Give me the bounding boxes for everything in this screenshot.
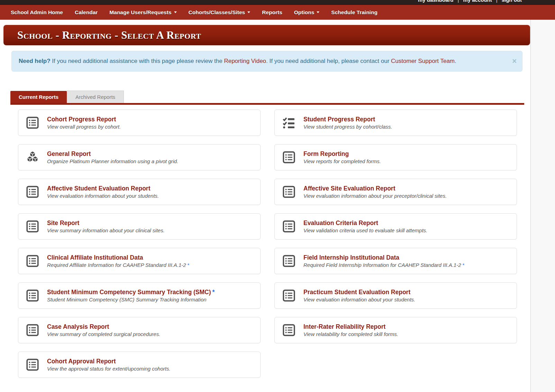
my-account-link[interactable]: my account	[463, 0, 492, 3]
list-icon	[25, 288, 40, 303]
report-description: View summary of completed surgical proce…	[47, 331, 160, 337]
report-title[interactable]: Cohort Approval Report	[47, 358, 171, 365]
page-title-banner: School - Reporting - Select A Report	[3, 25, 530, 45]
report-title[interactable]: Site Report	[47, 220, 165, 227]
nav-item-schedule-training[interactable]: Schedule Training	[325, 5, 383, 20]
chevron-down-icon	[174, 11, 177, 13]
report-card-field-internship-data[interactable]: Field Internship Institutional Data Requ…	[274, 248, 517, 274]
report-title[interactable]: Inter-Rater Reliability Report	[303, 323, 398, 331]
tab-archived-reports[interactable]: Archived Reports	[67, 91, 124, 103]
report-card-smc-tracking[interactable]: Student Minimum Competency Summary Track…	[18, 282, 261, 309]
report-card-affective-student-evaluation[interactable]: Affective Student Evaluation Report View…	[18, 179, 261, 205]
report-title[interactable]: Case Analysis Report	[47, 323, 160, 331]
nav-item-cohorts-classes-sites[interactable]: Cohorts/Classes/Sites	[183, 5, 256, 20]
reports-tabs: Current Reports Archived Reports	[10, 91, 524, 105]
report-title[interactable]: Clinical Affiliate Institutional Data	[47, 254, 189, 262]
report-card-inter-rater-reliability[interactable]: Inter-Rater Reliability Report View rela…	[274, 317, 517, 343]
required-asterisk: *	[188, 262, 190, 268]
required-asterisk: *	[212, 289, 215, 296]
help-alert-text: Need help? If you need additional assist…	[19, 58, 456, 65]
nav-item-label: Calendar	[75, 9, 98, 16]
nav-item-calendar[interactable]: Calendar	[69, 5, 103, 20]
help-alert-body: .	[455, 58, 456, 64]
nav-item-label: Schedule Training	[331, 9, 377, 16]
sign-out-link[interactable]: sign out	[502, 0, 522, 3]
report-card-cohort-approval[interactable]: Cohort Approval Report View the approval…	[18, 352, 261, 378]
report-title[interactable]: Form Reporting	[303, 150, 381, 158]
report-card-affective-site-evaluation[interactable]: Affective Site Evaluation Report View ev…	[274, 179, 517, 205]
report-title[interactable]: Student Progress Report	[303, 116, 392, 123]
topbar-separator: |	[458, 0, 459, 3]
my-dashboard-link[interactable]: my dashboard	[418, 0, 454, 3]
list-icon	[282, 219, 296, 234]
list-icon	[282, 288, 296, 303]
list-icon	[25, 357, 40, 372]
report-card-student-progress[interactable]: Student Progress Report View student pro…	[274, 110, 517, 136]
list-icon	[282, 185, 296, 199]
nav-item-label: School Admin Home	[11, 9, 63, 16]
report-description: View student progress by cohort/class.	[303, 124, 392, 130]
cubes-icon	[25, 150, 40, 165]
report-card-case-analysis[interactable]: Case Analysis Report View summary of com…	[18, 317, 261, 343]
chevron-down-icon	[317, 11, 319, 13]
close-icon[interactable]: ×	[512, 57, 517, 65]
chevron-down-icon	[247, 11, 250, 13]
list-icon	[282, 254, 296, 268]
report-title[interactable]: Affective Site Evaluation Report	[303, 185, 447, 193]
report-description: View reports for completed forms.	[303, 158, 381, 164]
nav-item-label: Reports	[262, 9, 282, 16]
list-icon	[282, 323, 296, 337]
report-title[interactable]: Student Minimum Competency Summary Track…	[47, 289, 215, 296]
topbar-separator: |	[496, 0, 498, 3]
report-card-evaluation-criteria[interactable]: Evaluation Criteria Report View validati…	[274, 213, 517, 240]
report-title[interactable]: Field Internship Institutional Data	[303, 254, 464, 262]
report-card-site-report[interactable]: Site Report View summary information abo…	[18, 213, 261, 240]
report-description: View evaluation information about your s…	[303, 297, 415, 302]
page-title: School - Reporting - Select A Report	[17, 29, 201, 41]
required-asterisk: *	[463, 262, 465, 268]
report-description: View summary information about your clin…	[47, 227, 165, 233]
report-card-cohort-progress[interactable]: Cohort Progress Report View overall prog…	[18, 110, 261, 136]
help-alert-lead: Need help?	[19, 58, 51, 64]
report-card-clinical-affiliate-data[interactable]: Clinical Affiliate Institutional Data Re…	[18, 248, 261, 274]
right-gutter	[530, 20, 555, 392]
report-title[interactable]: General Report	[47, 150, 178, 158]
nav-item-label: Cohorts/Classes/Sites	[189, 9, 245, 16]
report-description: View overall progress by cohort.	[47, 124, 121, 130]
report-card-practicum-student-evaluation[interactable]: Practicum Student Evaluation Report View…	[274, 282, 517, 309]
list-icon	[25, 219, 40, 234]
nav-item-label: Manage Users/Requests	[109, 9, 171, 16]
report-title[interactable]: Practicum Student Evaluation Report	[303, 289, 415, 296]
report-description: Student Minimum Competency (SMC) Summary…	[47, 297, 215, 302]
list-icon	[25, 185, 40, 199]
list-icon	[25, 254, 40, 268]
list-icon	[25, 323, 40, 337]
list-icon	[25, 115, 40, 130]
list-icon	[282, 150, 296, 165]
report-description: Organize Platinum Planner information us…	[47, 158, 178, 164]
customer-support-link[interactable]: Customer Support Team	[391, 58, 455, 64]
nav-item-manage-users-requests[interactable]: Manage Users/Requests	[103, 5, 182, 20]
report-description: View evaluation information about your p…	[303, 193, 447, 199]
report-card-grid: Cohort Progress Report View overall prog…	[18, 110, 530, 378]
report-description: Required Affiliate Information for CAAHE…	[47, 262, 189, 268]
report-card-form-reporting[interactable]: Form Reporting View reports for complete…	[274, 144, 517, 170]
tab-current-reports[interactable]: Current Reports	[10, 91, 67, 103]
nav-item-options[interactable]: Options	[288, 5, 326, 20]
reporting-video-link[interactable]: Reporting Video	[224, 58, 266, 64]
report-description: View relatability for completed skill fo…	[303, 331, 398, 337]
report-title[interactable]: Evaluation Criteria Report	[303, 220, 427, 227]
report-description: View evaluation information about your s…	[47, 193, 159, 199]
report-title[interactable]: Affective Student Evaluation Report	[47, 185, 159, 193]
main-navbar: School Admin Home Calendar Manage Users/…	[0, 5, 555, 20]
report-description: View the approval status for extent/upco…	[47, 366, 171, 372]
nav-item-reports[interactable]: Reports	[256, 5, 288, 20]
nav-item-school-admin-home[interactable]: School Admin Home	[5, 5, 69, 20]
report-description: View validation criteria used to evaluat…	[303, 227, 427, 233]
checklist-icon	[282, 115, 296, 130]
help-alert-body: If you need additional assistance with t…	[51, 58, 224, 64]
report-title[interactable]: Cohort Progress Report	[47, 116, 121, 123]
help-alert: Need help? If you need additional assist…	[11, 51, 522, 72]
nav-item-label: Options	[294, 9, 315, 16]
report-card-general-report[interactable]: General Report Organize Platinum Planner…	[18, 144, 261, 170]
